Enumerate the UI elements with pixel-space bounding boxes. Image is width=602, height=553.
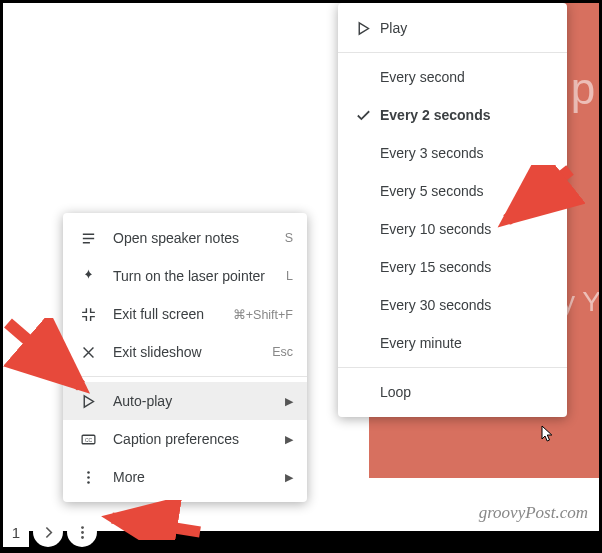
shortcut: Esc xyxy=(272,345,293,359)
interval-label: Every 2 seconds xyxy=(380,107,491,123)
menu-label: Auto-play xyxy=(113,393,277,409)
interval-label: Every 5 seconds xyxy=(380,183,484,199)
interval-every-30-seconds[interactable]: Every 30 seconds xyxy=(338,286,567,324)
divider xyxy=(338,367,567,368)
menu-more[interactable]: More ▶ xyxy=(63,458,307,496)
exit-fullscreen-icon xyxy=(77,306,99,323)
autoplay-submenu: Play Every second Every 2 seconds Every … xyxy=(338,3,567,417)
notes-icon xyxy=(77,230,99,247)
menu-label: Exit full screen xyxy=(113,306,225,322)
interval-every-2-seconds[interactable]: Every 2 seconds xyxy=(338,96,567,134)
menu-open-speaker-notes[interactable]: Open speaker notes S xyxy=(63,219,307,257)
submenu-arrow-icon: ▶ xyxy=(285,471,293,484)
interval-label: Every 10 seconds xyxy=(380,221,491,237)
interval-label: Every 15 seconds xyxy=(380,259,491,275)
menu-laser-pointer[interactable]: Turn on the laser pointer L xyxy=(63,257,307,295)
menu-auto-play[interactable]: Auto-play ▶ xyxy=(63,382,307,420)
play-icon xyxy=(77,393,99,410)
svg-point-7 xyxy=(81,536,84,539)
menu-caption-preferences[interactable]: CC Caption preferences ▶ xyxy=(63,420,307,458)
page-number[interactable]: 1 xyxy=(3,517,29,547)
submenu-loop-label: Loop xyxy=(380,384,411,400)
menu-label: Open speaker notes xyxy=(113,230,277,246)
interval-label: Every second xyxy=(380,69,465,85)
menu-exit-fullscreen[interactable]: Exit full screen ⌘+Shift+F xyxy=(63,295,307,333)
divider xyxy=(63,376,307,377)
play-icon xyxy=(352,20,374,37)
pointer-icon xyxy=(77,268,99,285)
interval-every-15-seconds[interactable]: Every 15 seconds xyxy=(338,248,567,286)
interval-every-second[interactable]: Every second xyxy=(338,58,567,96)
chevron-right-icon xyxy=(40,524,57,541)
watermark: groovyPost.com xyxy=(479,503,588,523)
svg-text:CC: CC xyxy=(84,437,92,442)
interval-every-5-seconds[interactable]: Every 5 seconds xyxy=(338,172,567,210)
page-controls: 1 xyxy=(3,517,97,547)
submenu-play[interactable]: Play xyxy=(338,9,567,47)
interval-every-minute[interactable]: Every minute xyxy=(338,324,567,362)
svg-point-4 xyxy=(87,481,90,484)
svg-line-10 xyxy=(112,518,200,532)
submenu-play-label: Play xyxy=(380,20,407,36)
close-icon xyxy=(77,344,99,361)
cc-icon: CC xyxy=(77,431,99,448)
shortcut: S xyxy=(285,231,293,245)
interval-every-10-seconds[interactable]: Every 10 seconds xyxy=(338,210,567,248)
svg-point-5 xyxy=(81,526,84,529)
divider xyxy=(338,52,567,53)
cursor-icon xyxy=(540,425,558,449)
interval-label: Every minute xyxy=(380,335,462,351)
options-menu: Open speaker notes S Turn on the laser p… xyxy=(63,213,307,502)
more-vertical-icon xyxy=(74,524,91,541)
submenu-loop[interactable]: Loop xyxy=(338,373,567,411)
svg-point-6 xyxy=(81,531,84,534)
shortcut: L xyxy=(286,269,293,283)
next-slide-button[interactable] xyxy=(33,517,63,547)
svg-point-2 xyxy=(87,471,90,474)
submenu-arrow-icon: ▶ xyxy=(285,433,293,446)
menu-label: More xyxy=(113,469,277,485)
interval-label: Every 30 seconds xyxy=(380,297,491,313)
shortcut: ⌘+Shift+F xyxy=(233,307,293,322)
menu-label: Turn on the laser pointer xyxy=(113,268,278,284)
menu-label: Exit slideshow xyxy=(113,344,264,360)
more-icon xyxy=(77,469,99,486)
menu-exit-slideshow[interactable]: Exit slideshow Esc xyxy=(63,333,307,371)
submenu-arrow-icon: ▶ xyxy=(285,395,293,408)
menu-label: Caption preferences xyxy=(113,431,277,447)
svg-point-3 xyxy=(87,476,90,479)
more-options-button[interactable] xyxy=(67,517,97,547)
interval-every-3-seconds[interactable]: Every 3 seconds xyxy=(338,134,567,172)
interval-label: Every 3 seconds xyxy=(380,145,484,161)
check-icon xyxy=(352,107,374,124)
